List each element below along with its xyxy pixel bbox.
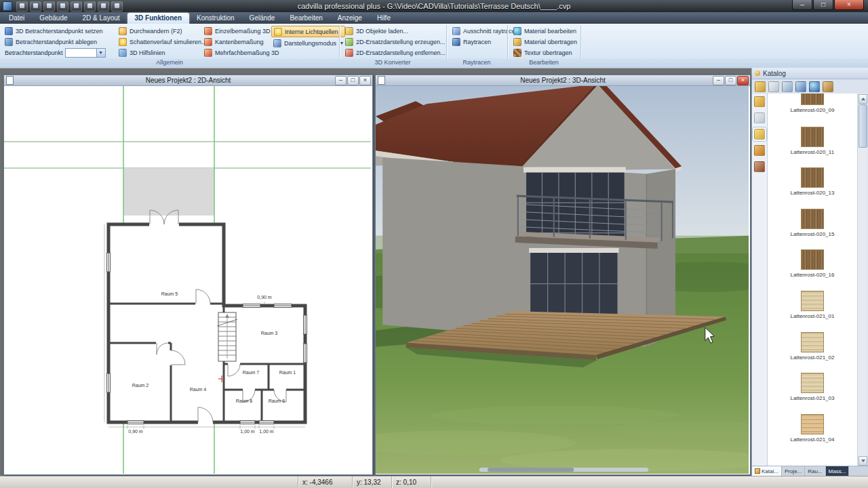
texture-thumbnail[interactable] bbox=[801, 373, 824, 393]
tab-konstruktion[interactable]: Konstruktion bbox=[189, 13, 242, 24]
2d-maximize-button[interactable]: □ bbox=[347, 76, 359, 85]
catalog-box-icon[interactable] bbox=[823, 81, 833, 92]
load-object-icon bbox=[345, 27, 353, 35]
remove-2d-substitute-button[interactable]: 2D-Ersatzdarstellung entfernen... bbox=[343, 47, 448, 58]
texture-thumbnail[interactable] bbox=[801, 332, 824, 352]
2d-window-title: Neues Projekt2 : 2D-Ansicht bbox=[4, 77, 372, 84]
tab-gebaeude[interactable]: Gebäude bbox=[32, 13, 75, 24]
qat-help-button[interactable] bbox=[111, 1, 123, 12]
2d-close-button[interactable]: × bbox=[359, 76, 371, 85]
texture-list-item[interactable]: Lattenrost-020_09 bbox=[768, 94, 857, 120]
guides-3d-button[interactable]: 3D Hilfslinien bbox=[117, 47, 209, 58]
raytrace-button[interactable]: Raytracen bbox=[450, 37, 521, 47]
scrollbar-thumb[interactable] bbox=[859, 104, 867, 148]
minimize-icon: – bbox=[339, 77, 342, 83]
qat-save-button[interactable] bbox=[43, 1, 55, 12]
tab-anzeige[interactable]: Anzeige bbox=[330, 13, 370, 24]
qat-undo-button[interactable] bbox=[57, 1, 68, 12]
floor-plan-canvas[interactable]: Raum 5 Raum 3 Raum 7 Raum 1 Raum 2 Raum … bbox=[4, 86, 371, 474]
catalog-new-icon[interactable] bbox=[768, 81, 779, 92]
3d-viewport[interactable] bbox=[376, 86, 749, 474]
application-window: cadvilla professional plus - G:\Video\CA… bbox=[0, 0, 868, 488]
minimize-icon: – bbox=[717, 77, 720, 83]
texture-thumbnail[interactable] bbox=[801, 291, 824, 311]
drop-viewpoint-button[interactable]: Betrachterstandpunkt ablegen bbox=[3, 37, 106, 47]
catalog-open-icon[interactable] bbox=[755, 81, 766, 92]
category-document-icon[interactable] bbox=[754, 113, 765, 123]
transfer-texture-button[interactable]: Textur übertragen bbox=[511, 47, 579, 58]
shaded-region bbox=[123, 168, 214, 216]
create-2d-substitute-button[interactable]: 2D-Ersatzdarstellung erzeugen... bbox=[343, 37, 448, 47]
texture-list-item[interactable]: Lattenrost-021_04 bbox=[768, 414, 857, 449]
3d-maximize-button[interactable]: □ bbox=[725, 76, 736, 85]
texture-thumbnail[interactable] bbox=[801, 127, 824, 147]
close-button[interactable]: × bbox=[834, 0, 864, 10]
titlebar[interactable]: cadvilla professional plus - G:\Video\CA… bbox=[0, 0, 868, 12]
texture-list-item[interactable]: Lattenrost-020_11 bbox=[768, 127, 857, 162]
3d-horizontal-scrollbar[interactable] bbox=[479, 468, 649, 472]
category-textures-icon[interactable] bbox=[754, 129, 765, 140]
redo-icon bbox=[74, 3, 79, 8]
transfer-material-button[interactable]: Material übertragen bbox=[511, 37, 579, 47]
window-3d-view: Neues Projekt2 : 3D-Ansicht – □ × bbox=[375, 75, 751, 475]
shadow-simulation-button[interactable]: Schattenverlauf simulieren... bbox=[117, 37, 209, 47]
tab-bearbeiten[interactable]: Bearbeiten bbox=[282, 13, 330, 24]
raytrace-crop-button[interactable]: Ausschnitt raytracen bbox=[450, 26, 521, 36]
qat-redo-button[interactable] bbox=[71, 1, 82, 12]
category-folder-icon[interactable] bbox=[754, 96, 765, 107]
set-viewpoint-button[interactable]: 3D Betrachterstandpunkt setzen bbox=[3, 26, 106, 36]
texture-list-item[interactable]: Lattenrost-020_16 bbox=[768, 249, 857, 285]
catalog-header[interactable]: Katalog bbox=[752, 68, 868, 79]
scroll-down-icon[interactable] bbox=[859, 456, 867, 466]
category-materials-icon[interactable] bbox=[754, 145, 765, 156]
edit-material-button[interactable]: Material bearbeiten bbox=[511, 26, 579, 36]
internal-lights-button[interactable]: Interne Lichtquellen bbox=[271, 26, 345, 37]
texture-list-item[interactable]: Lattenrost-021_01 bbox=[768, 291, 857, 326]
3d-window-titlebar[interactable]: Neues Projekt2 : 3D-Ansicht – □ × bbox=[376, 75, 750, 86]
3d-close-button[interactable]: × bbox=[737, 76, 749, 85]
multi-dimension-3d-button[interactable]: Mehrfachbemaßung 3D bbox=[202, 47, 281, 58]
tab-hilfe[interactable]: Hilfe bbox=[370, 13, 398, 24]
catalog-scrollbar[interactable] bbox=[857, 94, 867, 466]
catalog-globe-icon[interactable] bbox=[809, 81, 820, 92]
2d-window-titlebar[interactable]: Neues Projekt2 : 2D-Ansicht – □ × bbox=[4, 75, 372, 86]
sun-icon bbox=[119, 38, 127, 46]
catalog-tab-raum[interactable]: Rau... bbox=[805, 466, 825, 476]
texture-thumbnail[interactable] bbox=[801, 249, 824, 270]
tab-datei[interactable]: Datei bbox=[1, 13, 32, 24]
load-3d-objects-button[interactable]: 3D Objekte laden... bbox=[343, 26, 448, 36]
texture-list-item[interactable]: Lattenrost-021_03 bbox=[768, 373, 857, 408]
texture-thumbnail[interactable] bbox=[801, 209, 824, 229]
close-icon: × bbox=[363, 77, 367, 83]
display-mode-button[interactable]: Darstellungsmodus▾ bbox=[271, 38, 345, 48]
walk-through-button[interactable]: Durchwandern (F2) bbox=[117, 26, 209, 36]
texture-list-item[interactable]: Lattenrost-021_02 bbox=[768, 332, 857, 367]
room-label: Raum 3 bbox=[261, 331, 278, 336]
qat-zoom-button[interactable] bbox=[98, 1, 109, 12]
viewpoint-select[interactable]: ▾ bbox=[65, 48, 106, 58]
category-objects-icon[interactable] bbox=[754, 161, 765, 172]
qat-new-button[interactable] bbox=[16, 1, 28, 12]
2d-minimize-button[interactable]: – bbox=[335, 76, 347, 85]
minimize-button[interactable]: – bbox=[792, 0, 812, 10]
3d-minimize-button[interactable]: – bbox=[713, 76, 724, 85]
catalog-view-icon[interactable] bbox=[795, 81, 806, 92]
texture-thumbnail[interactable] bbox=[801, 167, 824, 188]
edge-dimension-button[interactable]: Kantenbemaßung bbox=[202, 37, 281, 47]
catalog-tab-masse[interactable]: Mass... bbox=[826, 466, 850, 476]
texture-thumbnail[interactable] bbox=[801, 414, 824, 434]
texture-list-item[interactable]: Lattenrost-020_15 bbox=[768, 209, 857, 244]
tab-2d-layout[interactable]: 2D & Layout bbox=[75, 13, 127, 24]
maximize-button[interactable]: □ bbox=[813, 0, 833, 10]
catalog-tab-projekt[interactable]: Proje... bbox=[782, 466, 805, 476]
texture-thumbnail[interactable] bbox=[801, 94, 824, 105]
qat-open-button[interactable] bbox=[30, 1, 41, 12]
tab-gelaende[interactable]: Gelände bbox=[242, 13, 283, 24]
catalog-tab-katalog[interactable]: Katal... bbox=[752, 466, 782, 476]
texture-list-item[interactable]: Lattenrost-020_13 bbox=[768, 167, 857, 203]
single-dimension-3d-button[interactable]: Einzelbemaßung 3D bbox=[202, 26, 281, 36]
catalog-copy-icon[interactable] bbox=[782, 81, 793, 92]
tab-3d-funktionen[interactable]: 3D Funktionen bbox=[127, 13, 189, 24]
scroll-up-icon[interactable] bbox=[859, 94, 867, 104]
qat-print-button[interactable] bbox=[84, 1, 96, 12]
